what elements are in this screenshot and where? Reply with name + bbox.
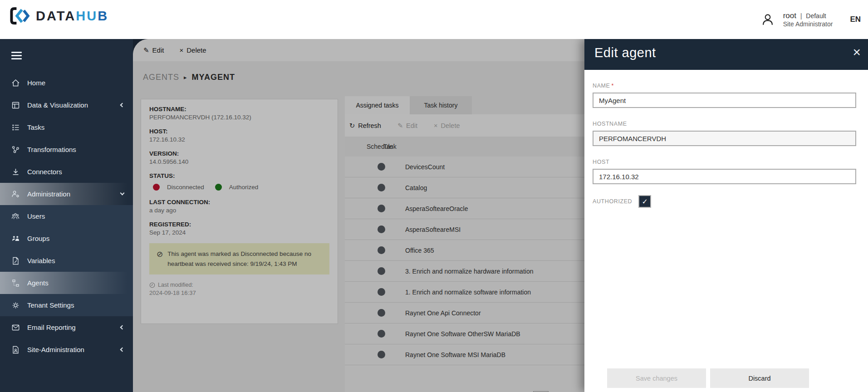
version-label: VERSION: — [149, 150, 329, 157]
site-administration-icon — [10, 345, 21, 354]
schedule-dot-icon — [378, 288, 385, 296]
sidebar-item-agents[interactable]: Agents — [0, 272, 133, 294]
schedule-dot-icon — [378, 205, 385, 212]
sidebar-item-tasks[interactable]: Tasks — [0, 116, 133, 138]
menu-toggle-button[interactable] — [0, 39, 133, 72]
sidebar-item-groups[interactable]: Groups — [0, 227, 133, 250]
user-tenant: Default — [806, 12, 826, 20]
tasks-list-icon — [10, 123, 21, 132]
administration-submenu: Users Groups Variables Agents Tenant Set… — [0, 205, 133, 316]
user-separator: | — [800, 12, 802, 20]
sidebar-item-tenant-settings[interactable]: Tenant Settings — [0, 294, 133, 316]
warning-slash-icon: ⊘ — [157, 249, 163, 269]
warning-text: This agent was marked as Disconnected be… — [167, 249, 322, 269]
schedule-dot-icon — [378, 330, 385, 338]
breadcrumb-agents[interactable]: AGENTS — [143, 73, 179, 82]
table-row[interactable]: Raynet One Software OtherSW MariaDB — [345, 323, 584, 344]
status-authorized-dot — [215, 184, 222, 191]
edit-agent-button[interactable]: ✎Edit — [143, 46, 164, 54]
agents-icon — [10, 279, 21, 288]
hostname-label: HOSTNAME: — [149, 106, 329, 113]
table-row[interactable]: Raynet One Software MSI MariaDB — [345, 344, 584, 365]
users-icon — [10, 212, 21, 221]
close-icon[interactable]: × — [853, 43, 861, 62]
sidebar-item-email-reporting[interactable]: Email Reporting — [0, 316, 133, 338]
user-role: Site Administrator — [783, 20, 833, 29]
breadcrumb-arrow-icon: ▸ — [184, 74, 187, 81]
last-modified-row: Last modified: — [149, 282, 329, 288]
tasks-body: ↻Refresh ✎Edit ×Delete Schedule Task Dev… — [345, 114, 584, 392]
schedule-dot-icon — [378, 225, 385, 233]
hostname-field[interactable] — [593, 131, 856, 146]
top-header: DATAHUB root | Default Site Administrato… — [0, 0, 868, 39]
chevron-left-icon — [120, 103, 125, 108]
status-row: Disconnected Authorized — [149, 184, 329, 191]
save-changes-button[interactable]: Save changes — [607, 368, 706, 388]
brand-wordmark: DATAHUB — [36, 9, 108, 24]
authorized-row: AUTHORIZED ✓ — [593, 195, 860, 208]
status-disconnected-label: Disconnected — [167, 184, 204, 191]
delete-task-button[interactable]: ×Delete — [434, 122, 460, 129]
sidebar-item-site-administration[interactable]: Site-Administration — [0, 338, 133, 361]
sidebar-item-connectors[interactable]: Connectors — [0, 161, 133, 183]
version-value: 14.0.5956.140 — [149, 158, 329, 165]
host-value: 172.16.10.32 — [149, 136, 329, 143]
user-name: root — [783, 11, 796, 20]
table-row[interactable]: Raynet One Api Connector — [345, 303, 584, 323]
name-field[interactable] — [593, 93, 856, 108]
table-row[interactable]: Catalog — [345, 177, 584, 198]
brand-logo[interactable]: DATAHUB — [10, 5, 108, 26]
refresh-button[interactable]: ↻Refresh — [349, 122, 381, 129]
sidebar-item-users[interactable]: Users — [0, 205, 133, 227]
language-selector[interactable]: EN — [850, 15, 861, 24]
sidebar-item-variables[interactable]: Variables — [0, 250, 133, 272]
sidebar-item-data-visualization[interactable]: Data & Visualization — [0, 94, 133, 116]
disconnected-warning: ⊘ This agent was marked as Disconnected … — [149, 243, 329, 274]
authorized-label: AUTHORIZED — [593, 198, 632, 205]
discard-button[interactable]: Discard — [710, 368, 809, 388]
host-label: HOST: — [149, 128, 329, 135]
tasks-toolbar: ↻Refresh ✎Edit ×Delete — [345, 114, 584, 137]
last-connection-value: a day ago — [149, 207, 329, 214]
schedule-dot-icon — [378, 309, 385, 317]
agent-details-card: HOSTNAME: PERFOMANCERVDH (172.16.10.32) … — [141, 99, 338, 324]
host-field[interactable] — [593, 169, 856, 184]
table-row[interactable]: AsperaSofteareMSI — [345, 219, 584, 240]
connectors-download-icon — [10, 167, 21, 176]
sidebar-item-administration[interactable]: Administration — [0, 183, 133, 205]
hostname-field-label: HOSTNAME — [593, 121, 860, 127]
tasks-tabs: Assigned tasks Task history — [345, 96, 472, 114]
registered-value: Sep 17, 2024 — [149, 229, 329, 236]
sidebar-item-transformations[interactable]: Transformations — [0, 138, 133, 161]
status-disconnected-dot — [153, 184, 160, 191]
delete-x-icon: × — [179, 46, 183, 54]
delete-x-icon: × — [434, 122, 437, 129]
tab-assigned-tasks[interactable]: Assigned tasks — [345, 96, 410, 114]
tab-task-history[interactable]: Task history — [410, 96, 472, 114]
transformations-icon — [10, 145, 21, 154]
table-row[interactable]: AsperaSofteareOracle — [345, 198, 584, 219]
sidebar-item-home[interactable]: Home — [0, 72, 133, 94]
delete-agent-button[interactable]: ×Delete — [179, 46, 206, 54]
name-field-label: NAME* — [593, 83, 860, 89]
table-row[interactable]: 3. Enrich and normalize hardware informa… — [345, 261, 584, 282]
edit-task-button[interactable]: ✎Edit — [397, 122, 417, 129]
last-connection-label: LAST CONNECTION: — [149, 199, 329, 206]
column-schedule: Schedule — [345, 143, 383, 150]
schedule-dot-icon — [378, 246, 385, 254]
variables-icon — [10, 256, 21, 265]
last-modified-value: 2024-09-18 16:37 — [149, 289, 329, 296]
table-row[interactable]: 1. Enrich and normalize software informa… — [345, 282, 584, 303]
edit-agent-panel: Edit agent × NAME* HOSTNAME HOST AUTHORI… — [584, 39, 868, 392]
user-box[interactable]: root | Default Site Administrator EN — [761, 11, 861, 29]
groups-icon — [10, 234, 21, 243]
table-row[interactable]: DevicesCount — [345, 157, 584, 177]
host-field-label: HOST — [593, 159, 860, 165]
table-row[interactable]: Office 365 — [345, 240, 584, 261]
clock-icon — [149, 282, 155, 288]
last-modified-label: Last modified: — [158, 282, 193, 288]
edit-agent-form: NAME* HOSTNAME HOST AUTHORIZED ✓ — [584, 70, 868, 208]
tasks-panel: Assigned tasks Task history ↻Refresh ✎Ed… — [345, 96, 584, 392]
authorized-checkbox[interactable]: ✓ — [638, 195, 651, 208]
email-icon — [10, 323, 21, 332]
